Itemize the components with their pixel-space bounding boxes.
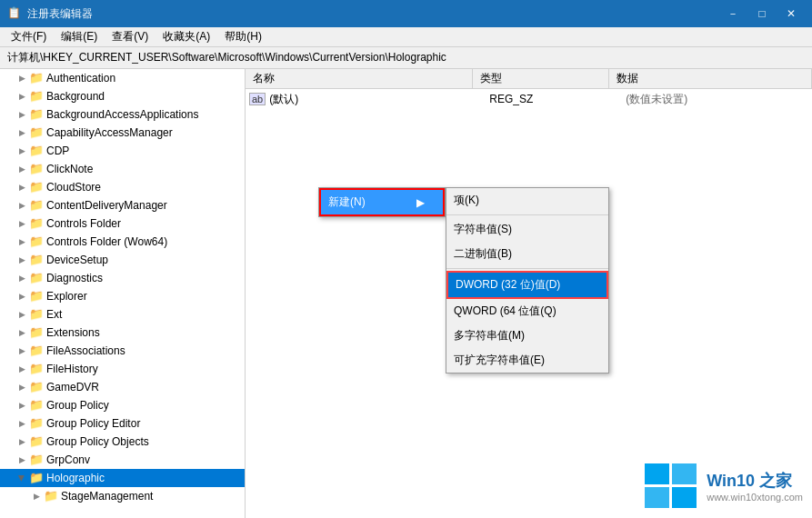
tree-item-label: Extensions — [46, 326, 100, 339]
folder-icon: 📁 — [44, 489, 58, 503]
tree-item[interactable]: ▶📁GrpConv — [0, 451, 245, 469]
minimize-button[interactable]: － — [719, 5, 747, 23]
tree-item[interactable]: ▶📁Authentication — [0, 69, 245, 87]
maximize-button[interactable]: □ — [748, 5, 776, 23]
tree-arrow-icon: ▶ — [15, 328, 29, 337]
tree-item[interactable]: ▶📁Group Policy Objects — [0, 433, 245, 451]
tree-arrow-icon: ▶ — [15, 110, 29, 119]
context-menu-overlay: 新建(N) ▶ 项(K)字符串值(S)二进制值(B)DWORD (32 位)值(… — [318, 187, 446, 217]
tree-item[interactable]: ▶📁CDP — [0, 142, 245, 160]
tree-panel[interactable]: ▶📁Authentication▶📁Background▶📁Background… — [0, 69, 246, 518]
tree-item[interactable]: ▶📁Extensions — [0, 324, 245, 342]
tree-item[interactable]: ▶📁Ext — [0, 305, 245, 324]
menu-item[interactable]: 帮助(H) — [217, 27, 269, 46]
tree-item[interactable]: ▶📁FileAssociations — [0, 342, 245, 360]
menu-item[interactable]: 收藏夹(A) — [155, 27, 217, 46]
tree-item-label: Diagnostics — [46, 272, 103, 284]
folder-icon: 📁 — [29, 416, 44, 431]
tree-item-label: ClickNote — [46, 163, 93, 175]
tree-item[interactable]: ▶📁Explorer — [0, 287, 245, 305]
tree-item-label: GrpConv — [46, 453, 90, 466]
title-bar: 📋 注册表编辑器 － □ ✕ — [0, 0, 812, 27]
watermark-brand: Win10 之家 — [707, 470, 803, 492]
column-headers: 名称 类型 数据 — [246, 69, 812, 89]
tree-item[interactable]: ▶📁ClickNote — [0, 160, 245, 178]
watermark: Win10 之家 www.win10xtong.com — [645, 463, 803, 509]
sub-menu-item[interactable]: 可扩充字符串值(E) — [446, 348, 608, 373]
tree-item-label: Group Policy Editor — [46, 417, 140, 430]
tree-arrow-icon: ▶ — [15, 92, 29, 101]
title-bar-left: 📋 注册表编辑器 — [7, 6, 93, 22]
tree-arrow-icon: ▶ — [15, 146, 29, 155]
menu-item[interactable]: 文件(F) — [4, 27, 54, 46]
new-menu-label: 新建(N) — [328, 194, 366, 210]
folder-icon: 📁 — [29, 398, 44, 413]
tree-item[interactable]: ▶📁FileHistory — [0, 360, 245, 378]
tree-arrow-icon: ▶ — [15, 164, 29, 174]
tree-item-label: Ext — [46, 308, 62, 321]
tree-item-label: GameDVR — [46, 381, 99, 393]
address-bar: 计算机\HKEY_CURRENT_USER\Software\Microsoft… — [0, 47, 812, 69]
menu-bar: 文件(F)编辑(E)查看(V)收藏夹(A)帮助(H) — [0, 27, 812, 47]
folder-icon: 📁 — [29, 180, 44, 194]
tree-item-label: Authentication — [46, 72, 115, 85]
sub-menu-item[interactable]: 二进制值(B) — [446, 242, 608, 266]
reg-entry-name: (默认) — [269, 92, 489, 107]
tree-item[interactable]: ▶📁Background — [0, 87, 245, 105]
tree-item-label: CapabilityAccessManager — [46, 126, 173, 139]
tree-arrow-icon: ▶ — [15, 201, 29, 210]
folder-icon: 📁 — [29, 453, 44, 467]
sub-menu-divider — [446, 214, 608, 215]
sub-menu-item[interactable]: 多字符串值(M) — [446, 324, 608, 348]
close-button[interactable]: ✕ — [777, 5, 805, 23]
tree-arrow-icon: ▶ — [15, 292, 29, 301]
tree-item[interactable]: ▶📁ContentDeliveryManager — [0, 196, 245, 214]
folder-icon: 📁 — [29, 234, 44, 249]
new-menu-item[interactable]: 新建(N) ▶ — [319, 188, 445, 216]
folder-icon: 📁 — [29, 362, 44, 376]
folder-icon: 📁 — [29, 144, 44, 158]
folder-icon: 📁 — [29, 434, 44, 449]
tree-item-label: Holographic — [46, 472, 105, 484]
tree-item-label: StageManagement — [61, 490, 153, 503]
tree-item[interactable]: ▶📁CapabilityAccessManager — [0, 124, 245, 142]
tree-arrow-icon: ▶ — [15, 219, 29, 228]
tree-item[interactable]: ▶📁Controls Folder (Wow64) — [0, 233, 245, 251]
watermark-url: www.win10xtong.com — [707, 492, 803, 503]
new-menu: 新建(N) ▶ — [318, 187, 446, 217]
title-bar-title: 注册表编辑器 — [27, 6, 93, 22]
tree-item-label: BackgroundAccessApplications — [46, 108, 198, 121]
tree-arrow-icon: ▶ — [15, 128, 29, 137]
tree-item[interactable]: ▶📁Group Policy Editor — [0, 414, 245, 433]
sub-menu-item[interactable]: QWORD (64 位值(Q) — [446, 299, 608, 324]
tree-item[interactable]: ▶📁CloudStore — [0, 178, 245, 196]
tree-item[interactable]: ▶📁DeviceSetup — [0, 251, 245, 269]
tree-item[interactable]: ▶📁StageManagement — [0, 487, 245, 505]
registry-entry[interactable]: ab (默认) REG_SZ (数值未设置) — [246, 89, 812, 109]
tree-item[interactable]: ▶📁Diagnostics — [0, 269, 245, 287]
sub-menu-item[interactable]: 项(K) — [446, 188, 608, 213]
tree-item-label: Background — [46, 90, 105, 103]
sub-menu-item[interactable]: 字符串值(S) — [446, 217, 608, 242]
tree-item-label: Group Policy Objects — [46, 435, 149, 448]
menu-item[interactable]: 查看(V) — [105, 27, 155, 46]
tree-arrow-icon: ▶ — [15, 183, 29, 192]
tree-item-label: CDP — [46, 144, 69, 157]
tree-item[interactable]: ▶📁BackgroundAccessApplications — [0, 105, 245, 124]
folder-icon: 📁 — [29, 71, 44, 85]
folder-icon: 📁 — [29, 307, 44, 322]
tree-item[interactable]: ▶📁GameDVR — [0, 378, 245, 396]
menu-item[interactable]: 编辑(E) — [54, 27, 105, 46]
tree-item[interactable]: ▶📁Controls Folder — [0, 214, 245, 233]
folder-icon: 📁 — [29, 253, 44, 267]
tree-arrow-icon: ▶ — [15, 237, 29, 246]
reg-entry-icon: ab — [249, 93, 266, 105]
folder-icon: 📁 — [29, 380, 44, 394]
tree-item-label: Explorer — [46, 290, 87, 303]
sub-menu-item[interactable]: DWORD (32 位)值(D) — [446, 271, 608, 299]
tree-item[interactable]: ▶📁Holographic — [0, 469, 245, 487]
sub-menu: 项(K)字符串值(S)二进制值(B)DWORD (32 位)值(D)QWORD … — [446, 187, 609, 374]
tree-item-label: Controls Folder (Wow64) — [46, 235, 167, 248]
tree-arrow-icon: ▶ — [15, 310, 29, 319]
tree-item[interactable]: ▶📁Group Policy — [0, 396, 245, 414]
